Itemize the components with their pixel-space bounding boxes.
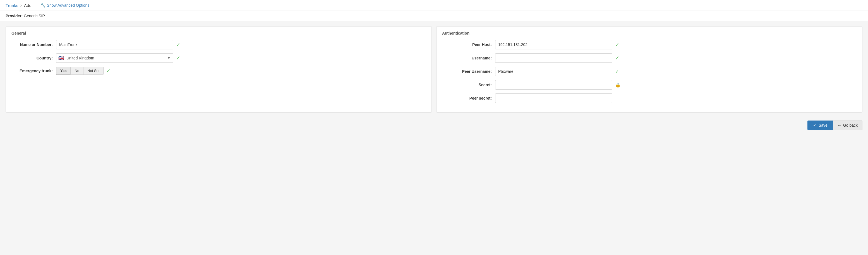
wrench-icon: 🔧 xyxy=(41,3,45,7)
general-panel-title: General xyxy=(11,31,426,35)
show-advanced-options-link[interactable]: 🔧 Show Advanced Options xyxy=(41,3,90,7)
peer-username-row: Peer Username: ✓ xyxy=(442,67,857,76)
go-back-button[interactable]: ← Go back xyxy=(833,121,862,130)
auth-panel-title: Authentication xyxy=(442,31,857,35)
emergency-label: Emergency trunk: xyxy=(11,69,56,73)
go-back-label: Go back xyxy=(843,123,858,127)
save-check-icon: ✓ xyxy=(813,123,816,127)
peer-host-label: Peer Host: xyxy=(442,42,495,47)
emergency-btn-group: Yes No Not Set xyxy=(56,67,103,75)
peer-secret-row: Peer secret: xyxy=(442,93,857,103)
back-arrow-icon: ← xyxy=(838,123,841,127)
secret-label: Secret: xyxy=(442,83,495,87)
peer-secret-label: Peer secret: xyxy=(442,96,495,100)
name-input[interactable] xyxy=(56,40,173,50)
save-button[interactable]: ✓ Save xyxy=(807,121,833,130)
peer-username-label: Peer Username: xyxy=(442,69,495,74)
breadcrumb-current: Add xyxy=(24,3,32,8)
breadcrumb-parent[interactable]: Trunks xyxy=(6,3,18,8)
main-content: General Name or Number: ✓ Country: 🇬🇧 Un… xyxy=(0,22,868,117)
emergency-check-icon: ✓ xyxy=(106,68,111,74)
footer-actions: ✓ Save ← Go back xyxy=(0,117,868,133)
username-check-icon: ✓ xyxy=(615,55,619,61)
breadcrumb: Trunks > Add xyxy=(6,3,32,8)
country-select-wrapper: 🇬🇧 United Kingdom United States Germany … xyxy=(56,53,173,63)
save-label: Save xyxy=(818,123,828,127)
emergency-no-button[interactable]: No xyxy=(70,67,84,75)
provider-label: Provider: xyxy=(6,14,23,18)
country-label: Country: xyxy=(11,56,56,60)
divider xyxy=(36,3,36,8)
emergency-yes-button[interactable]: Yes xyxy=(56,67,70,75)
country-select[interactable]: United Kingdom United States Germany Fra… xyxy=(56,53,173,63)
top-bar: Trunks > Add 🔧 Show Advanced Options xyxy=(0,0,868,11)
secret-row: Secret: 🔒 xyxy=(442,80,857,90)
advanced-options-label: Show Advanced Options xyxy=(47,3,90,7)
auth-panel: Authentication Peer Host: ✓ Username: ✓ … xyxy=(436,26,862,113)
username-input[interactable] xyxy=(495,53,612,63)
name-label: Name or Number: xyxy=(11,42,56,47)
provider-row: Provider: Generic SIP xyxy=(0,11,868,22)
peer-secret-input[interactable] xyxy=(495,93,612,103)
lock-icon: 🔒 xyxy=(615,82,621,88)
peer-username-check-icon: ✓ xyxy=(615,68,619,74)
emergency-notset-button[interactable]: Not Set xyxy=(84,67,103,75)
country-row: Country: 🇬🇧 United Kingdom United States… xyxy=(11,53,426,63)
country-check-icon: ✓ xyxy=(176,55,180,61)
breadcrumb-separator: > xyxy=(20,3,22,8)
name-row: Name or Number: ✓ xyxy=(11,40,426,50)
username-label: Username: xyxy=(442,56,495,60)
emergency-row: Emergency trunk: Yes No Not Set ✓ xyxy=(11,67,426,75)
peer-host-input[interactable] xyxy=(495,40,612,50)
name-check-icon: ✓ xyxy=(176,41,180,48)
provider-value: Generic SIP xyxy=(24,14,45,18)
secret-input[interactable] xyxy=(495,80,612,90)
peer-host-row: Peer Host: ✓ xyxy=(442,40,857,50)
peer-username-input[interactable] xyxy=(495,67,612,76)
general-panel: General Name or Number: ✓ Country: 🇬🇧 Un… xyxy=(6,26,432,113)
username-row: Username: ✓ xyxy=(442,53,857,63)
peer-host-check-icon: ✓ xyxy=(615,41,619,48)
